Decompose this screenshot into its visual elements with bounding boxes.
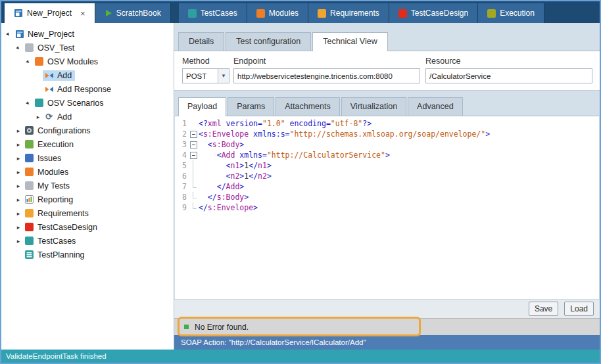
resource-input[interactable]: [425, 68, 592, 83]
tree-item-add[interactable]: Add: [1, 68, 174, 82]
expand-arrow-icon[interactable]: ▸: [14, 141, 23, 148]
endpoint-input[interactable]: [233, 68, 420, 83]
expand-arrow-icon[interactable]: ▸: [14, 238, 23, 244]
tab-testcasedesign[interactable]: TestCaseDesign: [389, 3, 478, 23]
tree-item-configurations[interactable]: ▸Configurations: [1, 124, 174, 137]
method-select[interactable]: POST ▼: [182, 68, 229, 83]
tree-item-label: OSV Modules: [47, 57, 98, 66]
top-tab-strip: New_Project×ScratchBook TestCasesModules…: [1, 1, 600, 23]
fold-toggle-icon[interactable]: [188, 150, 199, 160]
fold-toggle-icon[interactable]: [188, 139, 199, 150]
tree-item-issues[interactable]: ▸Issues: [1, 151, 174, 165]
tab-execution[interactable]: Execution: [478, 3, 544, 23]
square-icon: [24, 140, 34, 148]
project-tree: ▸New_Project▸OSV_Test▸OSV ModulesAddAdd …: [1, 23, 174, 350]
tree-item-requirements[interactable]: ▸Requirements: [1, 206, 174, 220]
tree-item-osv-test[interactable]: ▸OSV_Test: [1, 41, 174, 55]
code-text: <s:Body>: [199, 139, 244, 150]
report-icon: [24, 195, 34, 204]
tab-scratchbook[interactable]: ScratchBook: [95, 3, 171, 23]
tree-item-add[interactable]: ▸⟳Add: [1, 110, 174, 124]
editor-button-row: Save Load: [174, 299, 600, 318]
square-icon: [24, 223, 34, 231]
tree-item-label: Add: [57, 71, 72, 80]
code-text: <n1>1</n1>: [199, 160, 272, 171]
code-line: 4 <Add xmlns="http://CalculatorService">: [175, 150, 599, 160]
code-text: </Add>: [199, 181, 244, 192]
tree-item-my-tests[interactable]: ▸My Tests: [1, 179, 174, 193]
fold-guide: [188, 160, 199, 171]
tab-details[interactable]: Details: [178, 32, 224, 51]
line-number: 6: [175, 171, 188, 181]
square-icon: [24, 154, 34, 162]
tree-item-label: My Tests: [37, 181, 70, 191]
line-number: 1: [175, 118, 188, 129]
expand-arrow-icon[interactable]: ▸: [14, 127, 23, 134]
tab-attachments[interactable]: Attachments: [276, 97, 339, 116]
code-line: 5 <n1>1</n1>: [175, 160, 599, 171]
expand-arrow-icon[interactable]: ▸: [14, 169, 23, 175]
tree-item-label: Execution: [37, 140, 74, 149]
load-button[interactable]: Load: [564, 302, 594, 316]
fold-guide: [188, 192, 199, 202]
square-icon: [34, 99, 44, 107]
tab-payload[interactable]: Payload: [178, 97, 226, 116]
tree-item-label: OSV_Test: [37, 43, 74, 53]
expand-arrow-icon[interactable]: ▸: [14, 196, 23, 203]
refresh-icon: ⟳: [44, 112, 54, 121]
tree-item-testcases[interactable]: ▸TestCases: [1, 234, 174, 248]
osv-module-icon: [44, 85, 54, 94]
collapse-arrow-icon[interactable]: ▸: [23, 97, 34, 108]
tree-item-label: Requirements: [37, 209, 89, 218]
window-status-text: ValidateEndpointTask finished: [6, 352, 107, 360]
modules-icon: [256, 9, 265, 18]
expand-arrow-icon[interactable]: ▸: [34, 114, 43, 120]
fold-guide: [188, 171, 199, 181]
tree-item-testcasedesign[interactable]: ▸TestCaseDesign: [1, 220, 174, 234]
save-button[interactable]: Save: [529, 302, 558, 316]
tab-params[interactable]: Params: [228, 97, 274, 116]
validation-message: No Error found.: [195, 323, 249, 332]
tree-item-osv-modules[interactable]: ▸OSV Modules: [1, 55, 174, 68]
collapse-arrow-icon[interactable]: ▸: [13, 42, 24, 53]
expand-arrow-icon[interactable]: ▸: [14, 224, 23, 231]
tree-item-modules[interactable]: ▸Modules: [1, 165, 174, 179]
tree-item-new-project[interactable]: ▸New_Project: [1, 27, 174, 41]
tab-advanced[interactable]: Advanced: [408, 97, 463, 116]
tree-item-add-response[interactable]: Add Response: [1, 82, 174, 96]
success-indicator-icon: [184, 325, 189, 329]
expand-arrow-icon[interactable]: ▸: [14, 155, 23, 162]
tab-virtualization[interactable]: Virtualization: [341, 97, 406, 116]
tree-item-execution[interactable]: ▸Execution: [1, 137, 174, 151]
tab-testcases[interactable]: TestCases: [179, 3, 247, 23]
chevron-down-icon[interactable]: ▼: [218, 69, 229, 83]
close-tab-icon[interactable]: ×: [80, 9, 85, 18]
soap-action-bar: SOAP Action: "http://CalculatorService/I…: [174, 335, 600, 350]
line-number: 5: [175, 160, 188, 171]
code-area[interactable]: 1<?xml version="1.0" encoding="utf-8"?>2…: [175, 116, 599, 299]
fold-toggle-icon[interactable]: [188, 129, 199, 139]
line-number: 9: [175, 202, 188, 213]
tab-requirements[interactable]: Requirements: [308, 3, 389, 23]
expand-arrow-icon[interactable]: ▸: [14, 183, 23, 189]
line-number: 2: [175, 129, 188, 139]
code-text: <s:Envelope xmlns:s="http://schemas.xmls…: [199, 129, 490, 139]
tab-technical-view[interactable]: Technical View: [312, 32, 387, 51]
square-icon: [24, 209, 34, 217]
osv-module-icon: [44, 71, 54, 80]
collapse-arrow-icon[interactable]: ▸: [3, 28, 14, 39]
tab-label: TestCases: [201, 9, 237, 18]
tab-new-project[interactable]: New_Project×: [5, 3, 95, 23]
tab-test-configuration[interactable]: Test configuration: [226, 32, 311, 51]
code-line: 6 <n2>1</n2>: [175, 171, 599, 181]
tree-item-osv-scenarios[interactable]: ▸OSV Scenarios: [1, 96, 174, 110]
tree-item-reporting[interactable]: ▸Reporting: [1, 193, 174, 206]
tab-modules[interactable]: Modules: [247, 3, 308, 23]
collapse-arrow-icon[interactable]: ▸: [23, 56, 34, 67]
expand-arrow-icon[interactable]: ▸: [14, 210, 23, 217]
tree-item-label: Issues: [37, 154, 61, 163]
tab-label: Execution: [500, 9, 535, 18]
tree-item-testplanning[interactable]: TestPlanning: [1, 248, 174, 262]
tab-label: New_Project: [27, 9, 72, 18]
validation-status-bar: No Error found.: [174, 318, 600, 335]
